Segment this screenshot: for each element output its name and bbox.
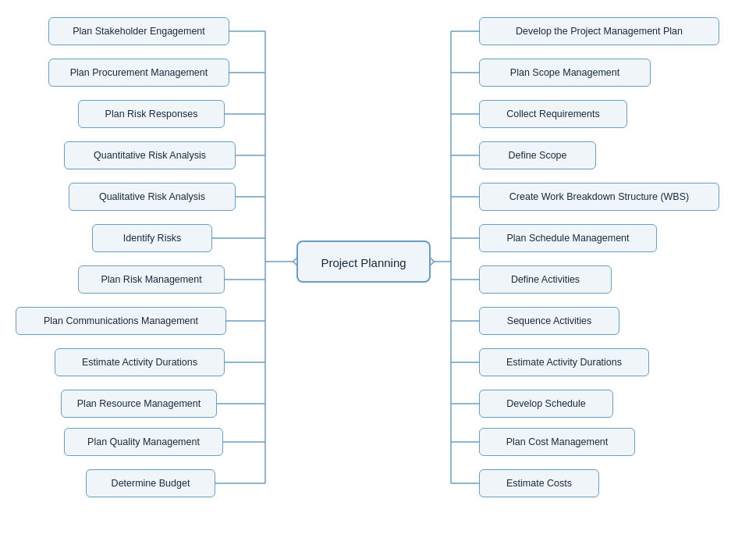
left-node-l11: Plan Quality Management xyxy=(64,428,223,456)
center-node: Project Planning xyxy=(296,240,431,283)
left-node-l3: Plan Risk Responses xyxy=(78,100,225,128)
right-node-r9: Estimate Activity Durations xyxy=(479,348,649,376)
right-node-r11: Plan Cost Management xyxy=(479,428,635,456)
right-node-r1: Develop the Project Management Plan xyxy=(479,17,719,45)
left-node-l6: Identify Risks xyxy=(92,224,212,252)
left-node-l7: Plan Risk Management xyxy=(78,265,225,294)
right-node-r12: Estimate Costs xyxy=(479,469,599,497)
right-node-r4: Define Scope xyxy=(479,141,596,169)
right-node-r3: Collect Requirements xyxy=(479,100,627,128)
left-node-l2: Plan Procurement Management xyxy=(48,59,229,87)
right-node-r7: Define Activities xyxy=(479,265,612,294)
left-node-l5: Qualitative Risk Analysis xyxy=(69,183,236,211)
right-node-r5: Create Work Breakdown Structure (WBS) xyxy=(479,183,719,211)
right-node-r6: Plan Schedule Management xyxy=(479,224,657,252)
left-node-l9: Estimate Activity Durations xyxy=(55,348,225,376)
right-node-r2: Plan Scope Management xyxy=(479,59,651,87)
left-node-l12: Determine Budget xyxy=(86,469,215,497)
left-node-l10: Plan Resource Management xyxy=(61,390,217,418)
left-node-l1: Plan Stakeholder Engagement xyxy=(48,17,229,45)
right-node-r10: Develop Schedule xyxy=(479,390,613,418)
left-node-l8: Plan Communications Management xyxy=(16,307,226,335)
left-node-l4: Quantitative Risk Analysis xyxy=(64,141,236,169)
diagram-container: Project PlanningPlan Stakeholder Engagem… xyxy=(0,0,756,515)
right-node-r8: Sequence Activities xyxy=(479,307,619,335)
